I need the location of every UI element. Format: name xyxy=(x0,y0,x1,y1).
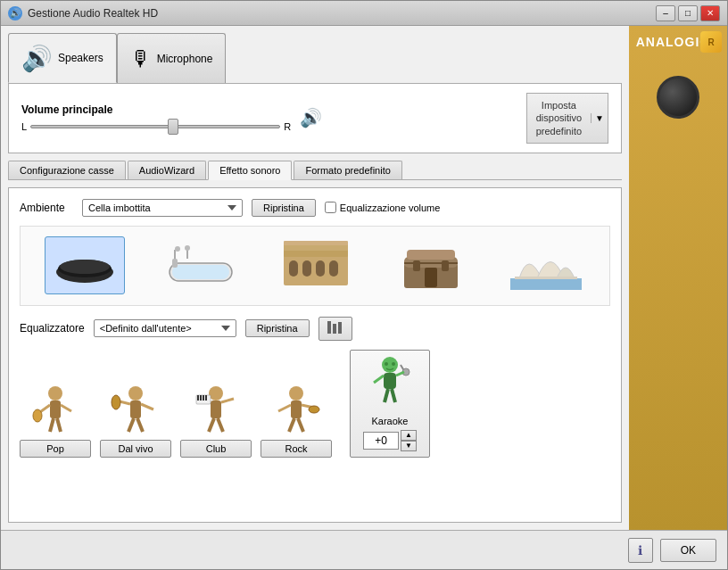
svg-rect-27 xyxy=(327,321,331,334)
club-button[interactable]: Club xyxy=(180,440,252,458)
karaoke-value: +0 xyxy=(363,432,399,450)
mic-knob xyxy=(657,76,699,119)
preset-rock: Rock xyxy=(261,383,332,458)
svg-rect-16 xyxy=(316,260,325,277)
preset-dalvivo-figure xyxy=(104,383,167,436)
window-title: Gestione Audio Realtek HD xyxy=(28,7,158,20)
volume-lr: L R xyxy=(21,121,291,132)
minimize-button[interactable]: – xyxy=(656,5,675,21)
close-button[interactable]: ✕ xyxy=(700,5,720,21)
env-img-padded[interactable] xyxy=(45,236,125,294)
tab-audiowizard[interactable]: AudioWizard xyxy=(128,161,206,179)
svg-point-34 xyxy=(33,409,42,422)
svg-line-43 xyxy=(137,418,143,432)
left-label: L xyxy=(21,121,27,132)
app-icon: 🔊 xyxy=(8,6,22,21)
title-bar-left: 🔊 Gestione Audio Realtek HD xyxy=(8,6,158,21)
svg-rect-17 xyxy=(329,260,338,277)
equalizer-label: Equalizzatore xyxy=(20,322,85,335)
svg-rect-26 xyxy=(515,277,577,279)
env-img-opera[interactable] xyxy=(507,237,585,293)
slider-thumb[interactable] xyxy=(168,119,178,135)
ambiente-row: Ambiente Cella imbottita Nessuno Camera … xyxy=(20,199,610,217)
info-button[interactable]: ℹ xyxy=(628,538,653,563)
svg-line-68 xyxy=(374,376,384,383)
eq-grid-button[interactable] xyxy=(318,317,352,341)
maximize-button[interactable]: □ xyxy=(678,5,698,21)
default-device-button[interactable]: Imposta dispositivo predefinito ▼ xyxy=(526,93,608,144)
karaoke-up-button[interactable]: ▲ xyxy=(401,430,417,441)
dalvivo-button[interactable]: Dal vivo xyxy=(100,440,171,458)
ok-button[interactable]: OK xyxy=(660,539,716,562)
preset-row: Pop xyxy=(20,350,610,458)
svg-line-71 xyxy=(392,389,395,402)
svg-rect-28 xyxy=(333,324,336,334)
preset-rock-figure xyxy=(265,383,327,436)
volume-labels: Volume principale L R xyxy=(21,103,291,132)
svg-rect-5 xyxy=(172,259,178,268)
karaoke-spinner-buttons: ▲ ▼ xyxy=(401,430,417,451)
svg-line-60 xyxy=(289,418,294,432)
svg-rect-31 xyxy=(50,401,61,418)
volume-speaker-icon: 🔊 xyxy=(300,107,322,128)
svg-point-7 xyxy=(175,246,180,252)
default-device-arrow[interactable]: ▼ xyxy=(591,113,608,123)
right-panel: R ANALOGICO xyxy=(629,26,727,530)
svg-point-55 xyxy=(289,386,303,401)
svg-rect-50 xyxy=(200,395,202,401)
svg-point-63 xyxy=(385,362,388,366)
svg-line-42 xyxy=(128,418,134,432)
svg-line-54 xyxy=(218,418,223,432)
preset-pop-figure xyxy=(24,383,87,436)
svg-line-33 xyxy=(61,405,71,411)
volume-slider[interactable] xyxy=(30,125,280,128)
realtek-corner-icon: R xyxy=(700,31,722,53)
env-shape-opera xyxy=(510,241,582,290)
env-shape-building xyxy=(395,241,467,290)
tab-formato-predefinito[interactable]: Formato predefinito xyxy=(294,161,401,179)
ambiente-label: Ambiente xyxy=(20,202,73,214)
device-tabs: 🔊 Speakers 🎙 Microphone xyxy=(8,33,622,83)
svg-line-53 xyxy=(209,418,214,432)
svg-rect-21 xyxy=(413,260,420,271)
karaoke-spinner: +0 ▲ ▼ xyxy=(363,430,417,451)
svg-rect-65 xyxy=(384,373,396,389)
svg-point-9 xyxy=(185,245,190,251)
eq-vol-label: Equalizzazione volume xyxy=(340,202,441,213)
svg-rect-14 xyxy=(289,260,298,277)
bottom-bar: ℹ OK xyxy=(1,530,727,569)
volume-title: Volume principale xyxy=(21,103,291,116)
svg-rect-52 xyxy=(205,395,207,401)
tab-config-casse[interactable]: Configurazione casse xyxy=(8,161,126,179)
env-img-colosseum[interactable] xyxy=(277,237,355,293)
svg-rect-13 xyxy=(284,241,348,245)
speakers-tab-icon: 🔊 xyxy=(21,44,53,73)
eq-ripristina-button[interactable]: Ripristina xyxy=(245,319,310,337)
eq-vol-check: Equalizzazione volume xyxy=(325,202,441,213)
rock-button[interactable]: Rock xyxy=(261,440,332,458)
tab-speakers[interactable]: 🔊 Speakers xyxy=(8,33,117,83)
main-window: 🔊 Gestione Audio Realtek HD – □ ✕ 🔊 Spea… xyxy=(0,0,728,570)
eq-vol-checkbox[interactable] xyxy=(325,202,336,213)
env-img-bath[interactable] xyxy=(161,237,240,293)
effect-panel: Ambiente Cella imbottita Nessuno Camera … xyxy=(8,187,622,523)
pop-button[interactable]: Pop xyxy=(20,440,91,458)
ambiente-ripristina-button[interactable]: Ripristina xyxy=(252,199,316,217)
preset-club-figure xyxy=(185,383,247,436)
svg-point-41 xyxy=(112,395,120,409)
svg-rect-56 xyxy=(291,401,302,418)
env-img-building[interactable] xyxy=(392,237,470,293)
right-label: R xyxy=(284,121,291,132)
svg-point-62 xyxy=(382,357,398,373)
ambiente-select[interactable]: Cella imbottita Nessuno Camera Bagno Sal… xyxy=(82,199,243,217)
karaoke-down-button[interactable]: ▼ xyxy=(401,441,417,451)
equalizer-select[interactable]: <Definito dall'utente> Pop Rock Jazz xyxy=(94,319,236,337)
title-bar: 🔊 Gestione Audio Realtek HD – □ ✕ xyxy=(1,1,727,26)
svg-line-35 xyxy=(50,418,54,432)
tab-effetto-sonoro[interactable]: Effetto sonoro xyxy=(208,161,292,180)
preset-dalvivo: Dal vivo xyxy=(100,383,171,458)
svg-rect-15 xyxy=(302,260,311,277)
tab-microphone[interactable]: 🎙 Microphone xyxy=(117,33,227,83)
preset-club: Club xyxy=(180,383,252,458)
svg-rect-29 xyxy=(338,322,342,334)
